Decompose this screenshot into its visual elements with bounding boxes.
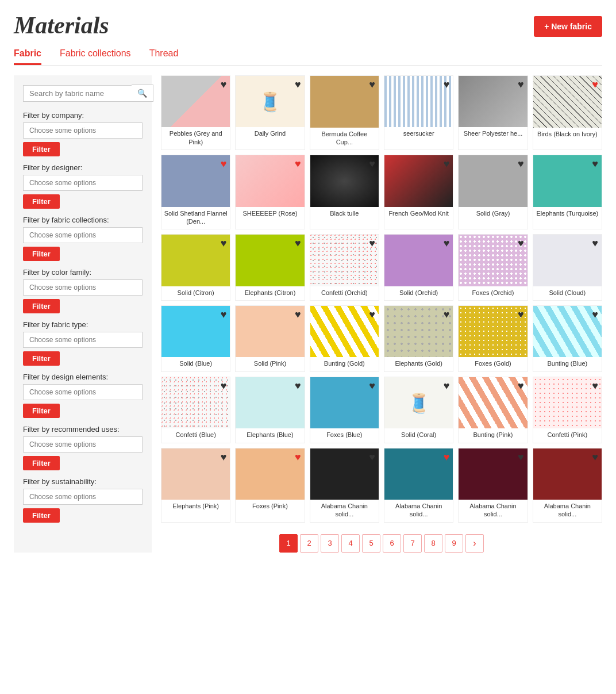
fabric-card-26[interactable]: ♥Foxes (Blue) xyxy=(310,377,379,443)
filter-input-7[interactable] xyxy=(23,489,143,505)
fabric-card-22[interactable]: ♥Foxes (Gold) xyxy=(458,305,528,372)
page-btn-8[interactable]: 8 xyxy=(424,534,442,553)
fabric-card-7[interactable]: ♥SHEEEEEP (Rose) xyxy=(235,155,305,229)
page-btn-2[interactable]: 2 xyxy=(300,534,318,553)
page-btn-3[interactable]: 3 xyxy=(321,534,339,553)
search-input[interactable] xyxy=(23,85,132,102)
fabric-card-2[interactable]: ♥Bermuda Coffee Cup... xyxy=(310,75,379,150)
filter-button-2[interactable]: Filter xyxy=(23,247,60,261)
fabric-card-23[interactable]: ♥Bunting (Blue) xyxy=(533,305,602,372)
fabric-card-35[interactable]: ♥Alabama Chanin solid... xyxy=(533,448,602,523)
heart-icon-19[interactable]: ♥ xyxy=(295,309,301,320)
heart-icon-7[interactable]: ♥ xyxy=(295,159,301,169)
filter-input-5[interactable] xyxy=(23,384,143,400)
fabric-card-29[interactable]: ♥Confetti (Pink) xyxy=(533,377,602,443)
filter-button-1[interactable]: Filter xyxy=(23,194,60,209)
heart-icon-2[interactable]: ♥ xyxy=(369,79,375,90)
filter-input-4[interactable] xyxy=(23,332,143,348)
fabric-card-17[interactable]: ♥Solid (Cloud) xyxy=(533,234,602,301)
filter-input-0[interactable] xyxy=(23,122,143,139)
heart-icon-5[interactable]: ♥ xyxy=(592,79,598,90)
fabric-card-4[interactable]: ♥Sheer Polyester he... xyxy=(458,75,528,150)
fabric-card-34[interactable]: ♥Alabama Chanin solid... xyxy=(458,448,528,523)
heart-icon-24[interactable]: ♥ xyxy=(221,381,227,391)
fabric-card-28[interactable]: ♥Bunting (Pink) xyxy=(458,377,528,443)
fabric-card-0[interactable]: ♥Pebbles (Grey and Pink) xyxy=(161,75,230,150)
page-btn-5[interactable]: 5 xyxy=(362,534,380,553)
fabric-card-24[interactable]: ♥Confetti (Blue) xyxy=(161,377,230,443)
fabric-card-11[interactable]: ♥Elephants (Turquoise) xyxy=(533,155,602,229)
heart-icon-27[interactable]: ♥ xyxy=(444,381,450,391)
fabric-card-30[interactable]: ♥Elephants (Pink) xyxy=(161,448,230,523)
heart-icon-31[interactable]: ♥ xyxy=(295,452,301,462)
fabric-card-31[interactable]: ♥Foxes (Pink) xyxy=(235,448,305,523)
heart-icon-17[interactable]: ♥ xyxy=(592,238,598,248)
filter-input-1[interactable] xyxy=(23,175,143,191)
heart-icon-4[interactable]: ♥ xyxy=(518,79,524,90)
fabric-card-16[interactable]: ♥Foxes (Orchid) xyxy=(458,234,528,301)
page-btn-4[interactable]: 4 xyxy=(341,534,360,553)
fabric-card-3[interactable]: ♥seersucker xyxy=(384,75,453,150)
filter-button-5[interactable]: Filter xyxy=(23,404,60,418)
fabric-card-32[interactable]: ♥Alabama Chanin solid... xyxy=(310,448,379,523)
pagination-next-button[interactable]: › xyxy=(465,534,484,553)
heart-icon-6[interactable]: ♥ xyxy=(221,159,227,169)
filter-button-6[interactable]: Filter xyxy=(23,456,60,470)
heart-icon-21[interactable]: ♥ xyxy=(444,309,450,320)
heart-icon-32[interactable]: ♥ xyxy=(369,452,375,462)
heart-icon-22[interactable]: ♥ xyxy=(518,309,524,320)
heart-icon-13[interactable]: ♥ xyxy=(295,238,301,248)
heart-icon-20[interactable]: ♥ xyxy=(369,309,375,320)
tab-fabric[interactable]: Fabric xyxy=(14,48,41,65)
filter-button-4[interactable]: Filter xyxy=(23,351,60,366)
heart-icon-10[interactable]: ♥ xyxy=(518,159,524,169)
page-btn-9[interactable]: 9 xyxy=(445,534,463,553)
heart-icon-35[interactable]: ♥ xyxy=(592,452,598,462)
tab-fabric-collections[interactable]: Fabric collections xyxy=(60,48,131,65)
fabric-card-19[interactable]: ♥Solid (Pink) xyxy=(235,305,305,372)
fabric-card-14[interactable]: ♥Confetti (Orchid) xyxy=(310,234,379,301)
fabric-card-9[interactable]: ♥French Geo/Mod Knit xyxy=(384,155,453,229)
fabric-card-13[interactable]: ♥Elephants (Citron) xyxy=(235,234,305,301)
filter-input-2[interactable] xyxy=(23,227,143,243)
heart-icon-25[interactable]: ♥ xyxy=(295,381,301,391)
heart-icon-16[interactable]: ♥ xyxy=(518,238,524,248)
fabric-card-6[interactable]: ♥Solid Shetland Flannel (Den... xyxy=(161,155,230,229)
filter-button-0[interactable]: Filter xyxy=(23,142,60,156)
heart-icon-8[interactable]: ♥ xyxy=(369,159,375,169)
fabric-card-25[interactable]: ♥Elephants (Blue) xyxy=(235,377,305,443)
fabric-card-21[interactable]: ♥Elephants (Gold) xyxy=(384,305,453,372)
heart-icon-14[interactable]: ♥ xyxy=(369,238,375,248)
page-btn-7[interactable]: 7 xyxy=(403,534,422,553)
heart-icon-15[interactable]: ♥ xyxy=(444,238,450,248)
filter-button-3[interactable]: Filter xyxy=(23,299,60,313)
page-btn-1[interactable]: 1 xyxy=(279,534,298,553)
fabric-card-8[interactable]: ♥Black tulle xyxy=(310,155,379,229)
heart-icon-34[interactable]: ♥ xyxy=(518,452,524,462)
fabric-card-15[interactable]: ♥Solid (Orchid) xyxy=(384,234,453,301)
filter-input-3[interactable] xyxy=(23,279,143,296)
fabric-card-10[interactable]: ♥Solid (Gray) xyxy=(458,155,528,229)
heart-icon-1[interactable]: ♥ xyxy=(295,79,301,90)
fabric-card-27[interactable]: 🧵♥Solid (Coral) xyxy=(384,377,453,443)
heart-icon-3[interactable]: ♥ xyxy=(444,79,450,90)
fabric-card-20[interactable]: ♥Bunting (Gold) xyxy=(310,305,379,372)
heart-icon-33[interactable]: ♥ xyxy=(444,452,450,462)
heart-icon-18[interactable]: ♥ xyxy=(221,309,227,320)
heart-icon-29[interactable]: ♥ xyxy=(592,381,598,391)
filter-button-7[interactable]: Filter xyxy=(23,508,60,523)
new-fabric-button[interactable]: + New fabric xyxy=(534,16,602,37)
heart-icon-26[interactable]: ♥ xyxy=(369,381,375,391)
fabric-card-5[interactable]: ♥Birds (Black on Ivory) xyxy=(533,75,602,150)
search-button[interactable]: 🔍 xyxy=(132,85,153,102)
filter-input-6[interactable] xyxy=(23,436,143,453)
heart-icon-11[interactable]: ♥ xyxy=(592,159,598,169)
heart-icon-12[interactable]: ♥ xyxy=(221,238,227,248)
heart-icon-0[interactable]: ♥ xyxy=(221,79,227,90)
page-btn-6[interactable]: 6 xyxy=(383,534,401,553)
heart-icon-28[interactable]: ♥ xyxy=(518,381,524,391)
heart-icon-30[interactable]: ♥ xyxy=(221,452,227,462)
fabric-card-18[interactable]: ♥Solid (Blue) xyxy=(161,305,230,372)
fabric-card-12[interactable]: ♥Solid (Citron) xyxy=(161,234,230,301)
fabric-card-1[interactable]: 🧵♥Daily Grind xyxy=(235,75,305,150)
